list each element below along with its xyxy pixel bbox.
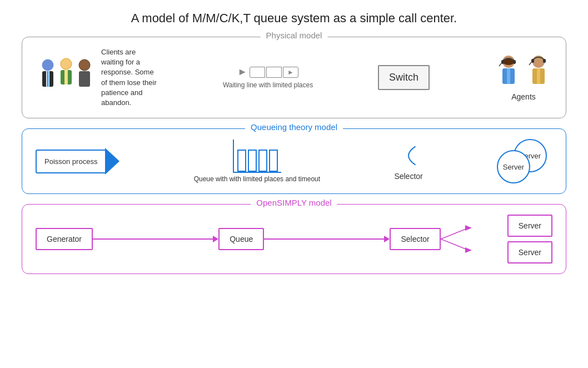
- svg-rect-17: [543, 59, 546, 63]
- svg-marker-24: [465, 225, 472, 231]
- os-selector-box: Selector: [390, 228, 440, 250]
- servers-group: Server Server: [497, 139, 552, 183]
- poisson-process-group: Poisson process: [36, 148, 119, 175]
- os-server1-box: Server: [507, 215, 552, 237]
- agents-icons: [495, 54, 552, 90]
- os-fan-lines: [441, 220, 507, 258]
- queueing-model-section: Queueing theory model Poisson process Qu…: [22, 128, 566, 194]
- switch-box: Switch: [378, 65, 430, 90]
- os-generator-box: Generator: [36, 228, 93, 250]
- waiting-line-group: ► ► Waiting line with limited places: [223, 66, 313, 89]
- svg-line-22: [441, 228, 469, 239]
- poisson-arrow-shape: Poisson process: [36, 148, 119, 175]
- svg-rect-10: [501, 60, 504, 64]
- physical-model-row: Clients are waiting for a response. Some…: [36, 47, 552, 108]
- svg-rect-16: [531, 59, 534, 63]
- queue-label: Queue with with limited places and timeo…: [194, 175, 320, 183]
- selector-group: Selector: [394, 142, 422, 181]
- clients-icons: [36, 57, 97, 98]
- physical-model-label: Physical model: [261, 31, 328, 40]
- queueing-model-row: Poisson process Queue with with limited …: [36, 139, 552, 183]
- connector-queue-selector: [264, 236, 390, 242]
- opensimply-model-label: OpenSIMPLY model: [251, 198, 337, 207]
- queue-bar-4: [269, 150, 278, 172]
- selector-label: Selector: [394, 172, 422, 181]
- svg-point-7: [79, 59, 90, 71]
- svg-point-4: [61, 58, 72, 69]
- waiting-box-2: [266, 67, 282, 78]
- clients-text: Clients are waiting for a response. Some…: [101, 47, 158, 108]
- os-queue-box: Queue: [218, 228, 264, 250]
- opensimply-model-row: Generator Queue Selector Server: [36, 215, 552, 263]
- connector-queue-selector-line: [264, 238, 384, 240]
- waiting-line-label: Waiting line with limited places: [223, 81, 313, 89]
- poisson-process-label: Poisson process: [36, 150, 105, 173]
- switch-container: Switch: [378, 65, 430, 90]
- connector-gen-queue-line: [93, 238, 213, 240]
- os-server2-box: Server: [507, 241, 552, 263]
- connector-queue-selector-arrow: [384, 236, 390, 242]
- os-servers-group: Server Server: [507, 215, 552, 263]
- queue-bar-1: [237, 150, 246, 172]
- svg-rect-20: [537, 68, 540, 84]
- connector-gen-queue: [93, 236, 218, 242]
- queue-bars-group: Queue with with limited places and timeo…: [194, 140, 320, 183]
- svg-rect-6: [64, 70, 68, 84]
- svg-line-18: [529, 62, 531, 65]
- page-title: A model of M/M/C/K,T queue system as a s…: [131, 11, 457, 26]
- svg-rect-8: [79, 71, 90, 87]
- clients-group: Clients are waiting for a response. Some…: [36, 47, 158, 108]
- svg-point-0: [42, 59, 53, 71]
- svg-line-12: [499, 63, 501, 66]
- queueing-model-label: Queueing theory model: [245, 122, 343, 132]
- server-circle-front: Server: [497, 150, 530, 183]
- opensimply-model-section: OpenSIMPLY model Generator Queue Selecto…: [22, 204, 566, 274]
- waiting-line-arrow-in: ►: [237, 66, 247, 78]
- svg-marker-25: [465, 247, 472, 253]
- queue-bar-3: [258, 150, 267, 172]
- waiting-box-1: [250, 67, 265, 78]
- svg-rect-11: [513, 60, 516, 64]
- fan-lines-svg: [441, 220, 507, 258]
- bars-group: [233, 140, 281, 173]
- queue-bar-2: [248, 150, 257, 172]
- connector-gen-queue-arrow: [213, 236, 218, 242]
- physical-model-section: Physical model: [22, 37, 566, 118]
- waiting-box-arrow: ►: [283, 67, 298, 77]
- svg-rect-14: [507, 68, 510, 84]
- svg-line-23: [441, 239, 469, 250]
- poisson-arrow-head: [105, 148, 119, 175]
- selector-arc-icon: [395, 142, 422, 170]
- waiting-box-3: ►: [283, 67, 298, 78]
- waiting-line-boxes: ► ►: [237, 66, 298, 78]
- agents-label: Agents: [511, 92, 536, 101]
- agents-group: Agents: [495, 54, 552, 101]
